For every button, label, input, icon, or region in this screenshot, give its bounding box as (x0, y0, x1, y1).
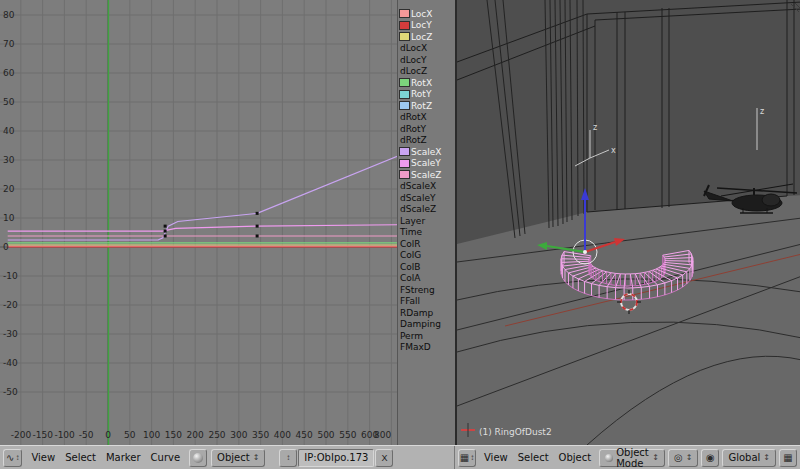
channel-color-swatch[interactable] (400, 160, 409, 167)
channel-locy[interactable]: LocY (398, 20, 455, 32)
channel-rotx[interactable]: RotX (398, 77, 455, 89)
channel-cola[interactable]: ColA (398, 273, 455, 285)
channel-scaley[interactable]: ScaleY (398, 158, 455, 170)
snap-grid-icon: ▦ (783, 453, 792, 463)
channel-label: RotZ (411, 101, 432, 111)
channel-dscaley[interactable]: dScaleY (398, 192, 455, 204)
channel-label: dRotY (400, 124, 426, 134)
channel-locx[interactable]: LocX (398, 8, 455, 20)
channel-color-swatch[interactable] (400, 91, 409, 98)
orientation-dropdown[interactable]: Global ↕ (722, 449, 776, 467)
datablock-browse-button[interactable]: ↕ (279, 449, 297, 467)
channel-rdamp[interactable]: RDamp (398, 307, 455, 319)
channel-label: dRotZ (400, 135, 427, 145)
grid-icon: ▦ (460, 453, 469, 463)
channel-fstreng[interactable]: FStreng (398, 284, 455, 296)
channel-color-swatch[interactable] (400, 79, 409, 86)
editor-type-button-ipo[interactable]: ∿ ↕ (3, 449, 22, 467)
channel-label: ColA (400, 273, 420, 283)
channel-label: RotX (411, 78, 432, 88)
active-object-label: (1) RingOfDust2 (479, 427, 552, 437)
channel-dscalez[interactable]: dScaleZ (398, 204, 455, 216)
channel-scalez[interactable]: ScaleZ (398, 169, 455, 181)
channel-color-swatch[interactable] (400, 171, 409, 178)
channel-dlocz[interactable]: dLocZ (398, 66, 455, 78)
draw-mode-dropdown[interactable]: ◎ ↕ (668, 449, 698, 467)
channel-rotz[interactable]: RotZ (398, 100, 455, 112)
channel-label: dScaleX (400, 181, 436, 191)
ipo-menu-marker[interactable]: Marker (101, 452, 146, 463)
channel-label: LocX (411, 9, 432, 19)
channel-dscalex[interactable]: dScaleX (398, 181, 455, 193)
ipo-type-value: Object (217, 452, 250, 463)
viewport-3d[interactable]: z x z (455, 0, 800, 445)
ipo-datablock-field[interactable]: IP:ObIpo.173 (298, 449, 374, 467)
channel-fmaxd[interactable]: FMaxD (398, 342, 455, 354)
datablock-unlink-button[interactable]: X (375, 449, 393, 467)
ipo-menu-view[interactable]: View (26, 452, 60, 463)
channel-color-swatch[interactable] (400, 148, 409, 155)
channel-time[interactable]: Time (398, 227, 455, 239)
dropdown-arrows-icon: ↕ (470, 454, 474, 462)
ipo-y-tick-label: -30 (3, 329, 18, 339)
dropdown-arrows-icon: ↕ (15, 454, 19, 462)
channel-label: ScaleZ (411, 170, 441, 180)
ipo-y-tick-label: 40 (3, 126, 14, 136)
channel-colb[interactable]: ColB (398, 261, 455, 273)
channel-color-swatch[interactable] (400, 10, 409, 17)
channel-color-swatch[interactable] (400, 33, 409, 40)
ipo-x-tick-label: 450 (294, 430, 314, 440)
ipo-x-tick-label: 500 (316, 430, 336, 440)
channel-locz[interactable]: LocZ (398, 31, 455, 43)
channel-droty[interactable]: dRotY (398, 123, 455, 135)
channel-colr[interactable]: ColR (398, 238, 455, 250)
channel-label: LocZ (411, 32, 432, 42)
channel-damping[interactable]: Damping (398, 319, 455, 331)
channel-color-swatch[interactable] (400, 22, 409, 29)
ipo-x-tick-label: 100 (142, 430, 162, 440)
blender-window: 80706050403020100-10-20-30-40-50 -200-15… (0, 0, 800, 469)
channel-roty[interactable]: RotY (398, 89, 455, 101)
channel-label: FFall (400, 296, 420, 306)
channel-color-swatch[interactable] (400, 102, 409, 109)
v3d-menu-object[interactable]: Object (554, 452, 597, 463)
ipo-graph-canvas[interactable]: 80706050403020100-10-20-30-40-50 -200-15… (0, 0, 397, 445)
channel-ffall[interactable]: FFall (398, 296, 455, 308)
dropdown-arrows-icon: ↕ (763, 454, 770, 462)
v3d-menu-view[interactable]: View (479, 452, 513, 463)
viewport-svg: z x z (457, 0, 800, 445)
workspace: 80706050403020100-10-20-30-40-50 -200-15… (0, 0, 800, 445)
ipo-y-tick-label: 20 (3, 184, 14, 194)
editor-type-button-3d[interactable]: ▦ ↕ (458, 449, 476, 467)
ipo-x-tick-label: -50 (76, 430, 96, 440)
channel-scalex[interactable]: ScaleX (398, 146, 455, 158)
channel-label: dScaleY (400, 193, 435, 203)
v3d-menu-select[interactable]: Select (513, 452, 554, 463)
channel-drotx[interactable]: dRotX (398, 112, 455, 124)
channel-dlocx[interactable]: dLocX (398, 43, 455, 55)
mode-dropdown[interactable]: Object Mode ↕ (599, 449, 665, 467)
ipo-x-tick-label: 350 (251, 430, 271, 440)
ipo-y-tick-label: 50 (3, 97, 14, 107)
channel-label: dLocX (400, 43, 427, 53)
channel-perm[interactable]: Perm (398, 330, 455, 342)
channel-label: Layer (400, 216, 425, 226)
ipo-type-dropdown[interactable]: Object ↕ (211, 449, 265, 467)
floor-plane (457, 195, 800, 445)
dropdown-arrows-icon: ↕ (253, 454, 260, 462)
channel-layer[interactable]: Layer (398, 215, 455, 227)
ipo-menu-curve[interactable]: Curve (146, 452, 186, 463)
axis-letter-z: z (593, 123, 597, 132)
ipo-icon-button[interactable] (189, 449, 207, 467)
channel-drotz[interactable]: dRotZ (398, 135, 455, 147)
ipo-y-tick-label: 0 (3, 242, 9, 252)
channel-dlocy[interactable]: dLocY (398, 54, 455, 66)
snap-button[interactable]: ▦ (779, 449, 797, 467)
pivot-button[interactable]: ◉ (701, 449, 719, 467)
ipo-y-tick-label: 30 (3, 155, 14, 165)
ipo-y-tick-label: -50 (3, 387, 18, 397)
channel-colg[interactable]: ColG (398, 250, 455, 262)
ipo-menu-select[interactable]: Select (60, 452, 101, 463)
ipo-graph-svg (0, 0, 397, 445)
ipo-y-tick-label: -20 (3, 300, 18, 310)
